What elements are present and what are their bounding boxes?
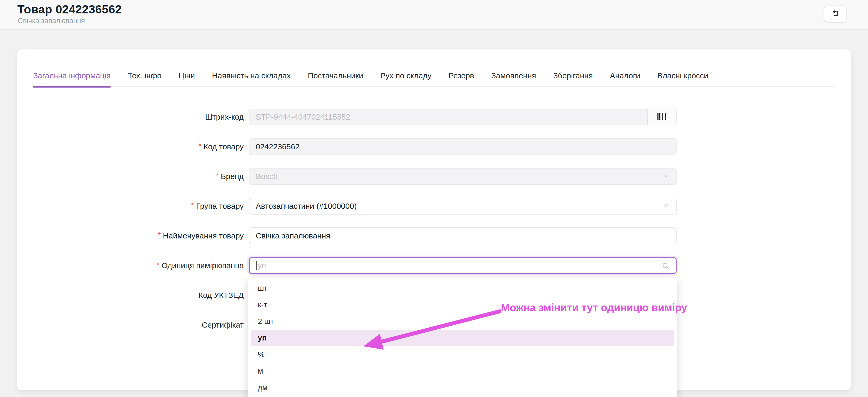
annotation-text: Можна змінити тут одиницю виміру xyxy=(501,302,687,314)
text-caret xyxy=(256,261,257,270)
product-name-label: *Найменування товару xyxy=(17,231,244,240)
barcode-label: Штрих-код xyxy=(17,113,244,121)
unit-label: *Одиниця вимірювання xyxy=(17,261,244,270)
annotation-arrow xyxy=(357,302,509,355)
brand-value: Bosch xyxy=(256,172,278,181)
tab-prices[interactable]: Ціни xyxy=(179,65,195,86)
tab-stock-availability[interactable]: Наявність на складах xyxy=(212,65,291,86)
product-group-value: Автозапчастини (#1000000) xyxy=(256,202,357,210)
product-group-row: *Група товару Автозапчастини (#1000000) xyxy=(17,198,851,215)
tab-tech-info[interactable]: Тех. інфо xyxy=(128,65,161,86)
chevron-down-icon xyxy=(662,201,670,211)
brand-row: *Бренд Bosch xyxy=(17,168,851,185)
unit-option-sht[interactable]: шт xyxy=(248,280,677,296)
brand-select: Bosch xyxy=(249,168,677,185)
tab-suppliers[interactable]: Постачальники xyxy=(308,65,363,86)
required-asterisk: * xyxy=(156,260,159,269)
tab-own-crosses[interactable]: Власні кросси xyxy=(657,65,708,86)
page-subtitle: Свічка запалювання xyxy=(18,17,85,25)
chevron-down-icon xyxy=(662,172,670,181)
product-code-row: *Код товару xyxy=(17,138,851,155)
page-header: Товар 0242236562 Свічка запалювання xyxy=(0,0,868,30)
search-icon xyxy=(662,262,670,272)
unit-placeholder: уп xyxy=(258,261,266,270)
unit-search-input[interactable]: уп xyxy=(249,257,677,274)
unit-row: *Одиниця вимірювання уп xyxy=(17,257,851,274)
product-group-select[interactable]: Автозапчастини (#1000000) xyxy=(249,198,677,215)
unit-option-dm[interactable]: дм xyxy=(248,379,677,396)
barcode-icon xyxy=(656,110,668,123)
required-asterisk: * xyxy=(158,231,161,239)
tab-bar: Загальна інформація Тех. інфо Ціни Наявн… xyxy=(33,65,835,87)
product-code-label: *Код товару xyxy=(17,142,244,151)
barcode-scan-button[interactable] xyxy=(647,109,677,125)
uktzed-label: Код УКТЗЕД xyxy=(17,291,244,300)
tab-orders[interactable]: Замовлення xyxy=(491,65,536,86)
certificate-label: Сертифікат xyxy=(17,320,244,330)
tab-analogs[interactable]: Аналоги xyxy=(610,65,640,86)
product-group-label: *Група товару xyxy=(17,202,244,210)
tab-general-info[interactable]: Загальна інформація xyxy=(33,65,111,86)
back-button[interactable] xyxy=(824,5,847,23)
required-asterisk: * xyxy=(216,171,219,179)
required-asterisk: * xyxy=(191,201,194,209)
barcode-input xyxy=(249,109,648,125)
page-title: Товар 0242236562 xyxy=(17,3,122,16)
product-code-input xyxy=(249,138,677,155)
tab-warehouse-movement[interactable]: Рух по складу xyxy=(380,65,432,86)
unit-option-m[interactable]: м xyxy=(248,363,677,379)
barcode-row: Штрих-код xyxy=(17,109,851,125)
return-arrow-icon xyxy=(830,8,841,20)
product-name-input[interactable] xyxy=(249,227,677,244)
required-asterisk: * xyxy=(198,142,202,150)
product-name-row: *Найменування товару xyxy=(17,227,851,244)
tab-reserve[interactable]: Резерв xyxy=(448,65,474,86)
tab-storage[interactable]: Зберігання xyxy=(553,65,593,86)
brand-label: *Бренд xyxy=(17,172,244,181)
